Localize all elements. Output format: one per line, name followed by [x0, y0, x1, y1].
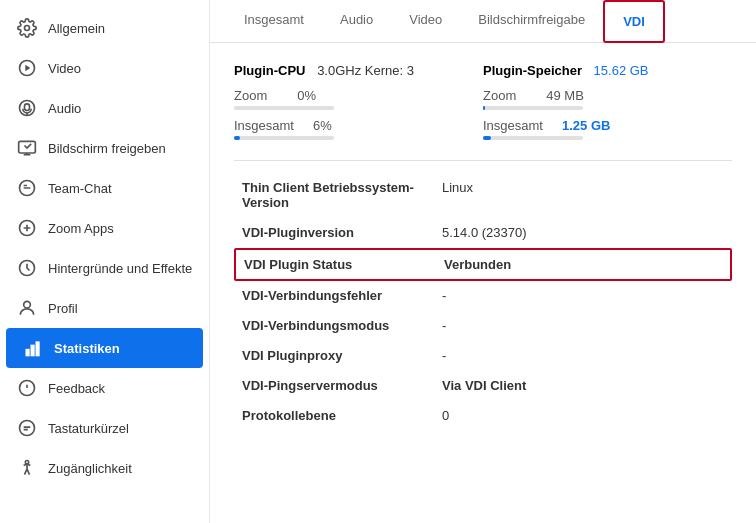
- info-row: VDI-Pluginversion5.14.0 (23370): [234, 218, 732, 248]
- sidebar-label-zugaenglichkeit: Zugänglichkeit: [48, 461, 132, 476]
- insgesamt-cpu-row: Insgesamt 6%: [234, 118, 483, 133]
- info-row-value: 5.14.0 (23370): [442, 225, 527, 240]
- info-row-key: VDI-Pluginversion: [242, 225, 442, 240]
- tab-video[interactable]: Video: [391, 0, 460, 43]
- settings-icon: [16, 17, 38, 39]
- zoom-speicher-value: 49 MB: [546, 88, 584, 103]
- video-icon: [16, 57, 38, 79]
- plugin-speicher-header: Plugin-Speicher 15.62 GB: [483, 63, 732, 78]
- memory-section: Plugin-Speicher 15.62 GB Zoom 49 MB Insg…: [483, 63, 732, 140]
- info-row: Thin Client Betriebssystem-VersionLinux: [234, 173, 732, 218]
- sidebar-label-hintergruende: Hintergründe und Effekte: [48, 261, 192, 276]
- svg-marker-2: [25, 65, 30, 72]
- insgesamt-cpu-label: Insgesamt: [234, 118, 294, 133]
- svg-rect-10: [26, 350, 29, 356]
- sidebar-item-audio[interactable]: Audio: [0, 88, 209, 128]
- accessibility-icon: [16, 457, 38, 479]
- chat-icon: [16, 177, 38, 199]
- insgesamt-speicher-label: Insgesamt: [483, 118, 543, 133]
- sidebar-item-statistiken[interactable]: Statistiken: [6, 328, 203, 368]
- zoom-speicher-label: Zoom: [483, 88, 516, 103]
- info-row: VDI-Verbindungsfehler-: [234, 281, 732, 311]
- tab-insgesamt[interactable]: Insgesamt: [226, 0, 322, 43]
- info-row-key: Protokollebene: [242, 408, 442, 423]
- info-row-key: VDI Plugin Status: [244, 257, 444, 272]
- sidebar-label-video: Video: [48, 61, 81, 76]
- insgesamt-speicher-bar-container: [483, 136, 583, 140]
- info-row-value: Verbunden: [444, 257, 511, 272]
- sidebar-label-statistiken: Statistiken: [54, 341, 120, 356]
- info-row: VDI-Verbindungsmodus-: [234, 311, 732, 341]
- tab-vdi[interactable]: VDI: [603, 0, 665, 43]
- insgesamt-cpu-value: 6%: [313, 118, 332, 133]
- plugin-speicher-label: Plugin-Speicher: [483, 63, 582, 78]
- sidebar-item-feedback[interactable]: Feedback: [0, 368, 209, 408]
- info-row-key: VDI-Verbindungsfehler: [242, 288, 442, 303]
- sidebar-label-tastaturkuerzel: Tastaturkürzel: [48, 421, 129, 436]
- sidebar-item-allgemein[interactable]: Allgemein: [0, 8, 209, 48]
- main-area: Insgesamt Audio Video Bildschirmfreigabe…: [210, 0, 756, 523]
- sidebar-label-teamchat: Team-Chat: [48, 181, 112, 196]
- feedback-icon: [16, 377, 38, 399]
- plugin-cpu-label: Plugin-CPU: [234, 63, 306, 78]
- info-row-key: VDI-Pingservermodus: [242, 378, 442, 393]
- info-row: VDI Pluginproxy-: [234, 341, 732, 371]
- audio-icon: [16, 97, 38, 119]
- insgesamt-speicher-bar: [483, 136, 491, 140]
- keyboard-icon: [16, 417, 38, 439]
- info-row-key: Thin Client Betriebssystem-Version: [242, 180, 442, 210]
- cpu-section: Plugin-CPU 3.0GHz Kerne: 3 Zoom 0% Insge…: [234, 63, 483, 140]
- insgesamt-cpu-bar-container: [234, 136, 334, 140]
- zoom-speicher-bar-container: [483, 106, 583, 110]
- insgesamt-speicher-row: Insgesamt 1.25 GB: [483, 118, 732, 133]
- info-row: VDI-PingservermodusVia VDI Client: [234, 371, 732, 401]
- info-row-key: VDI Pluginproxy: [242, 348, 442, 363]
- stats-headers: Plugin-CPU 3.0GHz Kerne: 3 Zoom 0% Insge…: [234, 63, 732, 140]
- svg-rect-11: [31, 346, 34, 356]
- sidebar-item-video[interactable]: Video: [0, 48, 209, 88]
- sidebar-item-profil[interactable]: Profil: [0, 288, 209, 328]
- tab-bar: Insgesamt Audio Video Bildschirmfreigabe…: [210, 0, 756, 43]
- zoom-cpu-bar-container: [234, 106, 334, 110]
- insgesamt-speicher-value: 1.25 GB: [562, 118, 610, 133]
- tab-audio[interactable]: Audio: [322, 0, 391, 43]
- info-row: Protokollebene0: [234, 401, 732, 431]
- zoom-cpu-label: Zoom: [234, 88, 267, 103]
- info-table: Thin Client Betriebssystem-VersionLinuxV…: [234, 173, 732, 431]
- sidebar-item-hintergruende[interactable]: Hintergründe und Effekte: [0, 248, 209, 288]
- svg-point-0: [25, 26, 30, 31]
- profile-icon: [16, 297, 38, 319]
- sidebar-item-bildschirm[interactable]: Bildschirm freigeben: [0, 128, 209, 168]
- info-row-value: -: [442, 318, 446, 333]
- sidebar-label-allgemein: Allgemein: [48, 21, 105, 36]
- plugin-cpu-header: Plugin-CPU 3.0GHz Kerne: 3: [234, 63, 483, 78]
- stats-divider: [234, 160, 732, 161]
- zoom-cpu-row: Zoom 0%: [234, 88, 483, 103]
- sidebar-label-audio: Audio: [48, 101, 81, 116]
- sidebar-item-tastaturkuerzel[interactable]: Tastaturkürzel: [0, 408, 209, 448]
- insgesamt-cpu-bar: [234, 136, 240, 140]
- zoom-speicher-row: Zoom 49 MB: [483, 88, 732, 103]
- effects-icon: [16, 257, 38, 279]
- info-row-value: Linux: [442, 180, 473, 210]
- sidebar-label-zoomapps: Zoom Apps: [48, 221, 114, 236]
- info-row-value: 0: [442, 408, 449, 423]
- svg-point-9: [24, 301, 31, 308]
- plugin-speicher-value: 15.62 GB: [594, 63, 649, 78]
- sidebar-label-profil: Profil: [48, 301, 78, 316]
- info-row-key: VDI-Verbindungsmodus: [242, 318, 442, 333]
- sidebar-item-teamchat[interactable]: Team-Chat: [0, 168, 209, 208]
- content-area: Plugin-CPU 3.0GHz Kerne: 3 Zoom 0% Insge…: [210, 43, 756, 523]
- sidebar-label-feedback: Feedback: [48, 381, 105, 396]
- sidebar-item-zugaenglichkeit[interactable]: Zugänglichkeit: [0, 448, 209, 488]
- tab-bildschirmfreigabe[interactable]: Bildschirmfreigabe: [460, 0, 603, 43]
- info-row: VDI Plugin StatusVerbunden: [234, 248, 732, 281]
- zoom-cpu-value: 0%: [297, 88, 316, 103]
- info-row-value: -: [442, 348, 446, 363]
- plugin-cpu-value: 3.0GHz Kerne: 3: [317, 63, 414, 78]
- zoom-speicher-bar: [483, 106, 485, 110]
- sidebar-item-zoomapps[interactable]: Zoom Apps: [0, 208, 209, 248]
- apps-icon: [16, 217, 38, 239]
- info-row-value: Via VDI Client: [442, 378, 526, 393]
- svg-rect-12: [36, 342, 39, 355]
